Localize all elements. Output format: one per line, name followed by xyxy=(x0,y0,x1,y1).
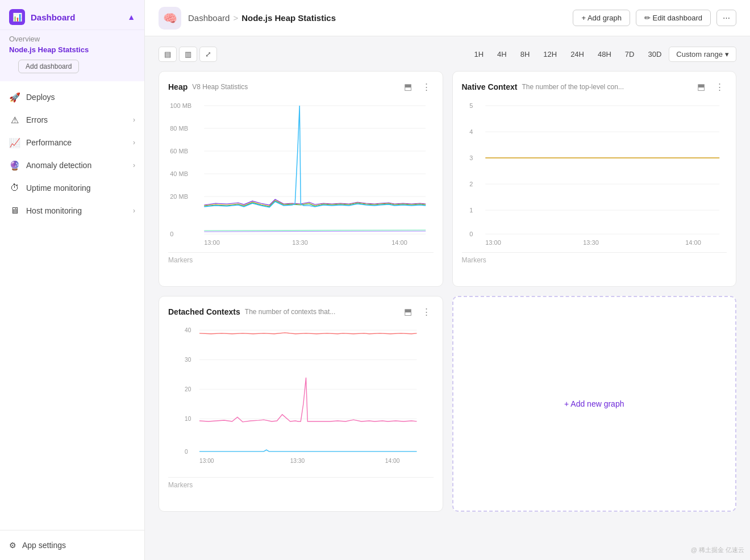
heap-graph-card: Heap V8 Heap Statistics ⬒ ⋮ 100 MB 80 MB… xyxy=(159,71,443,287)
svg-text:30: 30 xyxy=(185,357,191,363)
sidebar-chevron-icon[interactable]: ▲ xyxy=(127,12,135,22)
svg-text:60 MB: 60 MB xyxy=(170,148,188,154)
native-context-chart-area: 5 4 3 2 1 0 xyxy=(460,100,730,248)
native-context-more-button[interactable]: ⋮ xyxy=(713,81,727,93)
time-30d-button[interactable]: 30D xyxy=(641,47,668,62)
heap-chart-footer: Markers xyxy=(168,252,434,264)
sidebar-nav: 🚀 Deploys ⚠ Errors › 📈 Performance › 🔮 A… xyxy=(0,81,144,530)
settings-icon: ⚙ xyxy=(9,541,16,550)
timebar: ▤ ▥ ⤢ 1H 4H 8H 12H 24H 48H 7D 30D Custom… xyxy=(159,47,736,62)
anomaly-icon: 🔮 xyxy=(9,160,20,171)
detached-contexts-graph-header: Detached Contexts The number of contexts… xyxy=(168,306,434,318)
view-single-button[interactable]: ▤ xyxy=(159,47,177,62)
sidebar-header: 📊 Dashboard ▲ xyxy=(0,0,144,30)
detached-contexts-graph-title: Detached Contexts xyxy=(168,307,240,316)
sidebar-item-anomaly[interactable]: 🔮 Anomaly detection › xyxy=(0,154,144,177)
detached-contexts-more-button[interactable]: ⋮ xyxy=(419,306,434,318)
add-dashboard-button[interactable]: Add dashboard xyxy=(18,60,79,73)
custom-range-button[interactable]: Custom range ▾ xyxy=(669,47,736,62)
view-double-button[interactable]: ▥ xyxy=(179,47,197,62)
topbar-actions: + Add graph ✏ Edit dashboard ⋯ xyxy=(573,10,736,26)
edit-dashboard-button[interactable]: ✏ Edit dashboard xyxy=(636,10,711,26)
svg-text:13:30: 13:30 xyxy=(292,239,308,246)
heap-chart-svg: 100 MB 80 MB 60 MB 40 MB 20 MB 0 xyxy=(166,100,436,248)
sidebar-item-uptime[interactable]: ⏱ Uptime monitoring xyxy=(0,177,144,199)
heap-markers-label: Markers xyxy=(168,256,193,264)
heap-export-button[interactable]: ⬒ xyxy=(401,81,415,93)
sidebar-item-host-label: Host monitoring xyxy=(26,206,82,215)
detached-contexts-markers-label: Markers xyxy=(168,481,193,489)
breadcrumb: Dashboard > Node.js Heap Statistics xyxy=(188,13,336,23)
heap-graph-title: Heap xyxy=(168,82,188,91)
watermark: @ 稀土掘金 亿速云 xyxy=(691,546,744,554)
page-icon: 🧠 xyxy=(159,7,181,30)
sidebar-item-anomaly-label: Anomaly detection xyxy=(26,161,91,170)
uptime-icon: ⏱ xyxy=(9,182,20,194)
detached-contexts-chart-footer: Markers xyxy=(168,477,434,489)
sidebar-item-performance-label: Performance xyxy=(26,138,72,147)
native-context-export-button[interactable]: ⬒ xyxy=(694,81,708,93)
sidebar-item-performance[interactable]: 📈 Performance › xyxy=(0,131,144,154)
native-context-graph-header: Native Context The number of the top-lev… xyxy=(462,81,727,93)
heap-graph-header: Heap V8 Heap Statistics ⬒ ⋮ xyxy=(168,81,434,93)
native-context-chart-svg: 5 4 3 2 1 0 xyxy=(460,100,730,248)
time-12h-button[interactable]: 12H xyxy=(537,47,563,62)
performance-icon: 📈 xyxy=(9,137,20,148)
sidebar-item-errors-label: Errors xyxy=(26,115,48,124)
sidebar-item-deploys-label: Deploys xyxy=(26,93,55,102)
heap-more-button[interactable]: ⋮ xyxy=(419,81,434,93)
add-new-graph-link[interactable]: + Add new graph xyxy=(564,399,624,408)
errors-chevron-icon: › xyxy=(133,116,135,124)
app-settings-item[interactable]: ⚙ App settings xyxy=(9,537,135,553)
svg-text:40 MB: 40 MB xyxy=(170,170,188,177)
svg-text:0: 0 xyxy=(185,449,188,455)
deploys-icon: 🚀 xyxy=(9,91,20,103)
time-1h-button[interactable]: 1H xyxy=(468,47,490,62)
detached-contexts-export-button[interactable]: ⬒ xyxy=(401,306,415,318)
svg-text:14:00: 14:00 xyxy=(385,458,400,464)
sidebar-item-deploys[interactable]: 🚀 Deploys xyxy=(0,86,144,108)
svg-text:13:00: 13:00 xyxy=(204,239,220,246)
more-options-button[interactable]: ⋯ xyxy=(716,10,736,26)
svg-text:100 MB: 100 MB xyxy=(170,102,191,109)
sidebar-overview-link[interactable]: Overview xyxy=(9,34,135,44)
view-expand-button[interactable]: ⤢ xyxy=(199,47,217,62)
native-context-graph-card: Native Context The number of the top-lev… xyxy=(452,71,737,287)
content-area: ▤ ▥ ⤢ 1H 4H 8H 12H 24H 48H 7D 30D Custom… xyxy=(145,36,750,560)
custom-range-label: Custom range xyxy=(676,50,723,58)
detached-contexts-graph-card: Detached Contexts The number of contexts… xyxy=(159,296,443,512)
svg-text:13:30: 13:30 xyxy=(583,239,599,246)
svg-text:0: 0 xyxy=(469,231,473,237)
time-48h-button[interactable]: 48H xyxy=(591,47,618,62)
sidebar-active-link[interactable]: Node.js Heap Statstics xyxy=(9,44,135,55)
detached-contexts-chart-svg: 40 30 20 10 0 xyxy=(166,325,436,473)
svg-text:2: 2 xyxy=(469,181,473,187)
breadcrumb-current: Node.js Heap Statistics xyxy=(241,13,336,23)
breadcrumb-parent[interactable]: Dashboard xyxy=(188,13,230,23)
time-7d-button[interactable]: 7D xyxy=(619,47,641,62)
host-icon: 🖥 xyxy=(9,205,20,216)
sidebar-footer: ⚙ App settings xyxy=(0,530,144,560)
svg-text:20 MB: 20 MB xyxy=(170,193,188,200)
sidebar-item-errors[interactable]: ⚠ Errors › xyxy=(0,108,144,131)
svg-text:4: 4 xyxy=(469,128,473,135)
heap-chart-area: 100 MB 80 MB 60 MB 40 MB 20 MB 0 xyxy=(166,100,436,248)
svg-text:20: 20 xyxy=(185,386,191,392)
sidebar: 📊 Dashboard ▲ Overview Node.js Heap Stat… xyxy=(0,0,145,560)
time-24h-button[interactable]: 24H xyxy=(564,47,590,62)
sidebar-item-host[interactable]: 🖥 Host monitoring › xyxy=(0,199,144,222)
time-8h-button[interactable]: 8H xyxy=(514,47,536,62)
native-context-graph-title: Native Context xyxy=(462,82,518,91)
topbar: 🧠 Dashboard > Node.js Heap Statistics + … xyxy=(145,0,750,36)
svg-text:13:00: 13:00 xyxy=(199,458,214,464)
view-buttons: ▤ ▥ ⤢ xyxy=(159,47,217,62)
svg-text:80 MB: 80 MB xyxy=(170,125,188,132)
dashboard-icon: 📊 xyxy=(9,9,25,25)
time-range-buttons: 1H 4H 8H 12H 24H 48H 7D 30D Custom range… xyxy=(468,47,736,62)
breadcrumb-separator: > xyxy=(233,13,238,23)
native-context-chart-footer: Markers xyxy=(462,252,727,264)
time-4h-button[interactable]: 4H xyxy=(491,47,513,62)
svg-text:5: 5 xyxy=(469,102,473,109)
add-graph-button[interactable]: + Add graph xyxy=(573,10,630,26)
add-new-graph-card[interactable]: + Add new graph xyxy=(452,296,737,512)
